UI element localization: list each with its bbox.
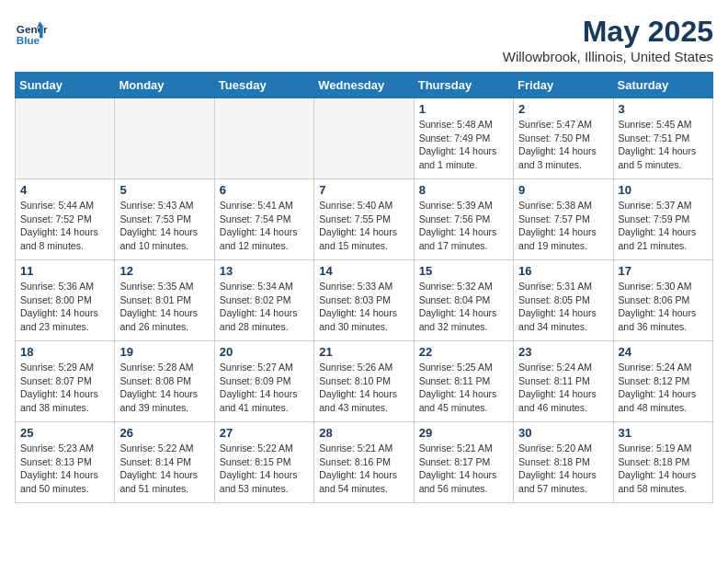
day-number: 16 xyxy=(518,264,608,278)
day-info: Sunrise: 5:22 AM Sunset: 8:14 PM Dayligh… xyxy=(119,442,209,496)
day-info: Sunrise: 5:31 AM Sunset: 8:05 PM Dayligh… xyxy=(518,280,608,334)
calendar-table: SundayMondayTuesdayWednesdayThursdayFrid… xyxy=(15,72,713,503)
day-info: Sunrise: 5:41 AM Sunset: 7:54 PM Dayligh… xyxy=(220,199,309,253)
col-header-saturday: Saturday xyxy=(613,73,712,98)
col-header-monday: Monday xyxy=(115,73,214,98)
day-cell: 19Sunrise: 5:28 AM Sunset: 8:08 PM Dayli… xyxy=(115,341,214,422)
day-cell: 15Sunrise: 5:32 AM Sunset: 8:04 PM Dayli… xyxy=(414,260,513,341)
day-cell: 7Sunrise: 5:40 AM Sunset: 7:55 PM Daylig… xyxy=(314,179,414,260)
day-number: 14 xyxy=(319,264,408,278)
day-number: 11 xyxy=(20,264,109,278)
day-cell: 23Sunrise: 5:24 AM Sunset: 8:11 PM Dayli… xyxy=(514,341,613,422)
week-row-5: 25Sunrise: 5:23 AM Sunset: 8:13 PM Dayli… xyxy=(16,422,713,503)
day-info: Sunrise: 5:20 AM Sunset: 8:18 PM Dayligh… xyxy=(518,442,608,496)
day-number: 30 xyxy=(518,426,608,440)
day-info: Sunrise: 5:19 AM Sunset: 8:18 PM Dayligh… xyxy=(619,442,708,496)
day-info: Sunrise: 5:23 AM Sunset: 8:13 PM Dayligh… xyxy=(20,442,109,496)
day-cell: 8Sunrise: 5:39 AM Sunset: 7:56 PM Daylig… xyxy=(414,179,513,260)
day-number: 8 xyxy=(419,183,508,197)
day-cell: 9Sunrise: 5:38 AM Sunset: 7:57 PM Daylig… xyxy=(514,179,613,260)
day-cell: 27Sunrise: 5:22 AM Sunset: 8:15 PM Dayli… xyxy=(214,422,313,503)
day-info: Sunrise: 5:43 AM Sunset: 7:53 PM Dayligh… xyxy=(119,199,209,253)
day-cell: 18Sunrise: 5:29 AM Sunset: 8:07 PM Dayli… xyxy=(16,341,115,422)
day-cell: 25Sunrise: 5:23 AM Sunset: 8:13 PM Dayli… xyxy=(16,422,115,503)
day-cell: 13Sunrise: 5:34 AM Sunset: 8:02 PM Dayli… xyxy=(214,260,313,341)
day-cell: 29Sunrise: 5:21 AM Sunset: 8:17 PM Dayli… xyxy=(414,422,513,503)
logo-icon: General Blue xyxy=(15,15,48,48)
day-number: 22 xyxy=(419,345,508,359)
day-number: 9 xyxy=(518,183,608,197)
day-number: 13 xyxy=(220,264,309,278)
day-number: 3 xyxy=(619,102,708,116)
day-number: 23 xyxy=(518,345,608,359)
col-header-wednesday: Wednesday xyxy=(314,73,414,98)
day-cell: 11Sunrise: 5:36 AM Sunset: 8:00 PM Dayli… xyxy=(16,260,115,341)
day-number: 1 xyxy=(419,102,508,116)
day-info: Sunrise: 5:45 AM Sunset: 7:51 PM Dayligh… xyxy=(619,118,708,172)
day-number: 18 xyxy=(20,345,109,359)
day-info: Sunrise: 5:48 AM Sunset: 7:49 PM Dayligh… xyxy=(419,118,508,172)
day-number: 26 xyxy=(119,426,209,440)
day-info: Sunrise: 5:47 AM Sunset: 7:50 PM Dayligh… xyxy=(518,118,608,172)
day-number: 28 xyxy=(319,426,408,440)
day-number: 17 xyxy=(619,264,708,278)
day-number: 24 xyxy=(619,345,708,359)
day-number: 10 xyxy=(619,183,708,197)
col-header-thursday: Thursday xyxy=(414,73,513,98)
day-cell: 2Sunrise: 5:47 AM Sunset: 7:50 PM Daylig… xyxy=(514,98,613,179)
day-info: Sunrise: 5:38 AM Sunset: 7:57 PM Dayligh… xyxy=(518,199,608,253)
day-info: Sunrise: 5:29 AM Sunset: 8:07 PM Dayligh… xyxy=(20,361,109,415)
day-cell: 10Sunrise: 5:37 AM Sunset: 7:59 PM Dayli… xyxy=(613,179,712,260)
day-info: Sunrise: 5:39 AM Sunset: 7:56 PM Dayligh… xyxy=(419,199,508,253)
day-number: 31 xyxy=(619,426,708,440)
day-number: 4 xyxy=(20,183,109,197)
day-cell: 24Sunrise: 5:24 AM Sunset: 8:12 PM Dayli… xyxy=(613,341,712,422)
day-info: Sunrise: 5:40 AM Sunset: 7:55 PM Dayligh… xyxy=(319,199,408,253)
day-number: 2 xyxy=(518,102,608,116)
day-info: Sunrise: 5:25 AM Sunset: 8:11 PM Dayligh… xyxy=(419,361,508,415)
col-header-sunday: Sunday xyxy=(16,73,115,98)
day-cell: 20Sunrise: 5:27 AM Sunset: 8:09 PM Dayli… xyxy=(214,341,313,422)
day-info: Sunrise: 5:33 AM Sunset: 8:03 PM Dayligh… xyxy=(319,280,408,334)
day-info: Sunrise: 5:37 AM Sunset: 7:59 PM Dayligh… xyxy=(619,199,708,253)
day-info: Sunrise: 5:26 AM Sunset: 8:10 PM Dayligh… xyxy=(319,361,408,415)
day-cell: 14Sunrise: 5:33 AM Sunset: 8:03 PM Dayli… xyxy=(314,260,414,341)
day-cell: 31Sunrise: 5:19 AM Sunset: 8:18 PM Dayli… xyxy=(613,422,712,503)
week-row-4: 18Sunrise: 5:29 AM Sunset: 8:07 PM Dayli… xyxy=(16,341,713,422)
day-cell: 22Sunrise: 5:25 AM Sunset: 8:11 PM Dayli… xyxy=(414,341,513,422)
page-header: General Blue May 2025 Willowbrook, Illin… xyxy=(15,15,713,64)
day-info: Sunrise: 5:28 AM Sunset: 8:08 PM Dayligh… xyxy=(119,361,209,415)
day-cell: 5Sunrise: 5:43 AM Sunset: 7:53 PM Daylig… xyxy=(115,179,214,260)
day-info: Sunrise: 5:34 AM Sunset: 8:02 PM Dayligh… xyxy=(220,280,309,334)
day-info: Sunrise: 5:22 AM Sunset: 8:15 PM Dayligh… xyxy=(220,442,309,496)
day-info: Sunrise: 5:30 AM Sunset: 8:06 PM Dayligh… xyxy=(619,280,708,334)
day-cell xyxy=(214,98,313,179)
day-number: 12 xyxy=(119,264,209,278)
calendar-title: May 2025 xyxy=(503,15,713,49)
svg-text:Blue: Blue xyxy=(17,34,40,46)
svg-text:General: General xyxy=(17,23,48,35)
day-number: 21 xyxy=(319,345,408,359)
day-cell xyxy=(115,98,214,179)
day-cell: 17Sunrise: 5:30 AM Sunset: 8:06 PM Dayli… xyxy=(613,260,712,341)
week-row-3: 11Sunrise: 5:36 AM Sunset: 8:00 PM Dayli… xyxy=(16,260,713,341)
day-info: Sunrise: 5:44 AM Sunset: 7:52 PM Dayligh… xyxy=(20,199,109,253)
day-number: 5 xyxy=(119,183,209,197)
day-number: 15 xyxy=(419,264,508,278)
col-header-tuesday: Tuesday xyxy=(214,73,313,98)
col-header-friday: Friday xyxy=(514,73,613,98)
day-info: Sunrise: 5:24 AM Sunset: 8:12 PM Dayligh… xyxy=(619,361,708,415)
day-info: Sunrise: 5:35 AM Sunset: 8:01 PM Dayligh… xyxy=(119,280,209,334)
day-number: 19 xyxy=(119,345,209,359)
day-info: Sunrise: 5:21 AM Sunset: 8:16 PM Dayligh… xyxy=(319,442,408,496)
day-cell xyxy=(16,98,115,179)
day-cell: 3Sunrise: 5:45 AM Sunset: 7:51 PM Daylig… xyxy=(613,98,712,179)
day-cell: 12Sunrise: 5:35 AM Sunset: 8:01 PM Dayli… xyxy=(115,260,214,341)
day-info: Sunrise: 5:27 AM Sunset: 8:09 PM Dayligh… xyxy=(220,361,309,415)
day-cell xyxy=(314,98,414,179)
day-info: Sunrise: 5:32 AM Sunset: 8:04 PM Dayligh… xyxy=(419,280,508,334)
calendar-subtitle: Willowbrook, Illinois, United States xyxy=(503,49,713,64)
day-number: 20 xyxy=(220,345,309,359)
day-cell: 26Sunrise: 5:22 AM Sunset: 8:14 PM Dayli… xyxy=(115,422,214,503)
day-info: Sunrise: 5:36 AM Sunset: 8:00 PM Dayligh… xyxy=(20,280,109,334)
